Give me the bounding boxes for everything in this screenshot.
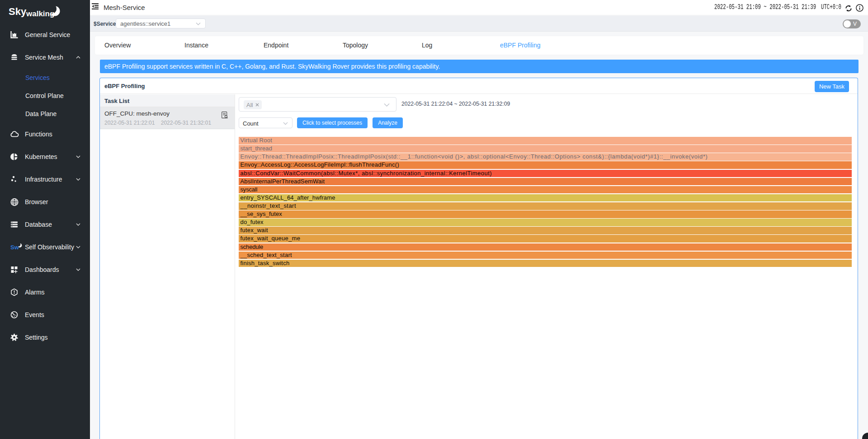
svg-text:Sky: Sky: [9, 6, 27, 17]
